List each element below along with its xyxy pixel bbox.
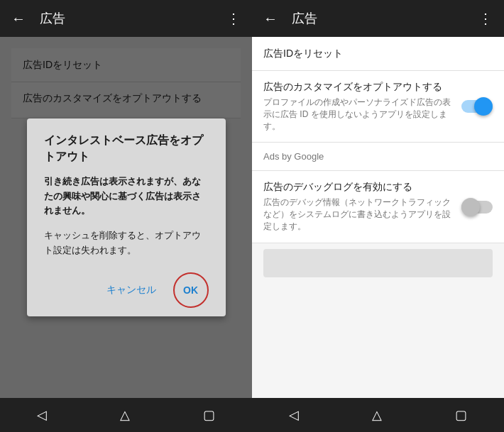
toggle-thumb-off — [461, 198, 480, 216]
dialog-note: キャッシュを削除すると、オプトアウト設定は失われます。 — [44, 228, 209, 258]
left-back-icon[interactable]: ← — [11, 11, 26, 27]
right-debug-text-block: 広告のデバッグログを有効にする 広告のデバッグ情報（ネットワークトラフィックなど… — [263, 181, 461, 232]
dialog-title: インタレストベース広告をオプトアウト — [44, 133, 209, 165]
right-debug-item[interactable]: 広告のデバッグログを有効にする 広告のデバッグ情報（ネットワークトラフィックなど… — [252, 171, 504, 243]
dialog: インタレストベース広告をオプトアウト 引き続き広告は表示されますが、あなたの興味… — [27, 118, 226, 316]
left-nav-square-icon[interactable]: ▢ — [203, 407, 215, 423]
toggle-thumb-on — [474, 97, 493, 116]
right-reset-ad-id-item[interactable]: 広告IDをリセット — [252, 37, 504, 71]
right-opt-out-text-block: 広告のカスタマイズをオプトアウトする プロファイルの作成やパーソナライズド広告の… — [263, 81, 461, 132]
right-debug-desc: 広告のデバッグ情報（ネットワークトラフィックなど）をシステムログに書き込むようア… — [263, 196, 456, 232]
ok-button[interactable]: OK — [175, 275, 207, 306]
right-content: 広告IDをリセット 広告のカスタマイズをオプトアウトする プロファイルの作成やパ… — [252, 37, 504, 398]
debug-toggle[interactable] — [461, 198, 493, 216]
right-debug-title: 広告のデバッグログを有効にする — [263, 181, 456, 194]
dialog-actions: キャンセル OK — [44, 272, 209, 308]
dialog-body: 引き続き広告は表示されますが、あなたの興味や関心に基づく広告は表示されません。 — [44, 175, 209, 218]
right-header: ← 広告 ⋮ — [252, 0, 504, 37]
left-header: ← 広告 ⋮ — [0, 0, 252, 37]
right-bottom-nav: ◁ △ ▢ — [252, 398, 504, 432]
dialog-body-strong: 引き続き広告は表示されますが、あなたの興味や関心に基づく広告は表示されません。 — [44, 176, 201, 216]
censored-bar — [263, 249, 493, 277]
left-bottom-nav: ◁ △ ▢ — [0, 398, 252, 432]
right-opt-out-title: 広告のカスタマイズをオプトアウトする — [263, 81, 456, 94]
right-nav-square-icon[interactable]: ▢ — [455, 407, 467, 423]
right-panel: ← 広告 ⋮ 広告IDをリセット 広告のカスタマイズをオプトアウトする プロファ… — [252, 0, 504, 432]
right-nav-home-icon[interactable]: △ — [372, 407, 382, 423]
right-back-icon[interactable]: ← — [263, 11, 278, 27]
left-more-icon[interactable]: ⋮ — [226, 10, 241, 27]
opt-out-toggle[interactable] — [461, 97, 493, 116]
right-header-title: 広告 — [292, 10, 464, 27]
right-nav-back-icon[interactable]: ◁ — [289, 407, 299, 423]
right-reset-ad-id-text: 広告IDをリセット — [263, 48, 343, 59]
dialog-overlay: インタレストベース広告をオプトアウト 引き続き広告は表示されますが、あなたの興味… — [0, 37, 252, 398]
right-opt-out-desc: プロファイルの作成やパーソナライズド広告の表示に広告 ID を使用しないようアプ… — [263, 96, 456, 132]
ads-by-google: Ads by Google — [252, 143, 504, 171]
cancel-button[interactable]: キャンセル — [101, 278, 162, 302]
ok-button-outer[interactable]: OK — [173, 272, 209, 308]
left-content: 広告IDをリセット 広告のカスタマイズをオプトアウトする インタレストベース広告… — [0, 37, 252, 398]
left-panel: ← 広告 ⋮ 広告IDをリセット 広告のカスタマイズをオプトアウトする インタレ… — [0, 0, 252, 432]
left-nav-home-icon[interactable]: △ — [120, 407, 130, 423]
left-header-title: 広告 — [40, 10, 212, 27]
right-opt-out-item[interactable]: 広告のカスタマイズをオプトアウトする プロファイルの作成やパーソナライズド広告の… — [252, 71, 504, 143]
left-nav-back-icon[interactable]: ◁ — [37, 407, 47, 423]
right-more-icon[interactable]: ⋮ — [478, 10, 493, 27]
right-settings-list: 広告IDをリセット 広告のカスタマイズをオプトアウトする プロファイルの作成やパ… — [252, 37, 504, 277]
